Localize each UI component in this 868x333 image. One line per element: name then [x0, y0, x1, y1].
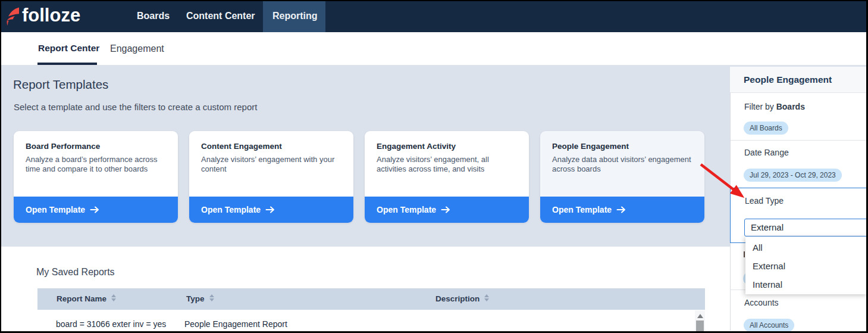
svg-text:folloze: folloze: [22, 5, 80, 26]
